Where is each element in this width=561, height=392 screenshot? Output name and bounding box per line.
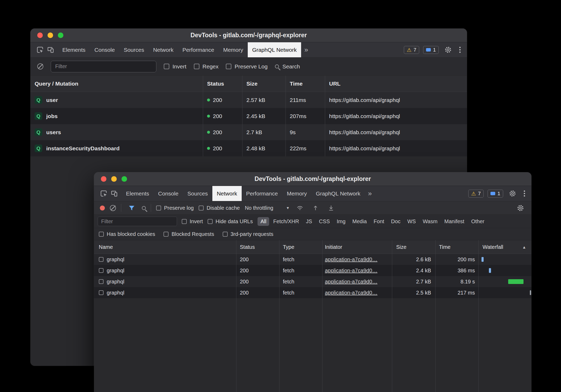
row-checkbox[interactable] — [99, 257, 104, 262]
invert-checkbox[interactable]: Invert — [164, 63, 186, 70]
column-header-size[interactable]: Size — [392, 244, 435, 250]
column-header-status[interactable]: Status — [236, 244, 279, 250]
column-header-waterfall[interactable]: Waterfall▲ — [478, 240, 531, 254]
filter-input[interactable] — [51, 61, 156, 72]
close-window-button[interactable] — [37, 32, 43, 38]
row-checkbox[interactable] — [99, 268, 104, 273]
zoom-window-button[interactable] — [121, 176, 127, 182]
filter-chip-fetch-xhr[interactable]: Fetch/XHR — [270, 217, 302, 226]
column-header-status[interactable]: Status — [203, 81, 242, 87]
filter-chip-font[interactable]: Font — [371, 217, 387, 226]
request-row[interactable]: graphql 200 fetch application-a7ca9d0… 2… — [94, 254, 531, 265]
filter-chip-img[interactable]: Img — [334, 217, 348, 226]
record-network-log-button[interactable] — [100, 206, 105, 211]
clear-icon[interactable] — [37, 63, 43, 69]
filter-chip-all[interactable]: All — [258, 217, 269, 226]
filter-chip-css[interactable]: CSS — [316, 217, 333, 226]
initiator-link[interactable]: application-a7ca9d0… — [325, 279, 377, 284]
filter-chip-wasm[interactable]: Wasm — [420, 217, 440, 226]
request-row[interactable]: graphql 200 fetch application-a7ca9d0… 2… — [94, 265, 531, 276]
column-header-time[interactable]: Time — [286, 81, 325, 87]
row-checkbox[interactable] — [99, 290, 104, 295]
hide-data-urls-checkbox[interactable]: Hide data URLs — [208, 218, 253, 225]
more-tabs-icon[interactable]: » — [301, 46, 311, 54]
tab-performance[interactable]: Performance — [242, 186, 282, 201]
filter-input[interactable] — [98, 217, 177, 226]
tab-sources[interactable]: Sources — [183, 186, 212, 201]
request-name: graphql — [107, 268, 124, 274]
table-row[interactable]: Qusers 200 2.7 kB 9s https://gitlab.com/… — [30, 124, 467, 140]
column-header-url[interactable]: URL — [325, 81, 467, 87]
network-conditions-icon[interactable] — [295, 203, 305, 213]
initiator-link[interactable]: application-a7ca9d0… — [325, 256, 377, 262]
request-row[interactable]: graphql 200 fetch application-a7ca9d0… 2… — [94, 287, 531, 298]
console-messages-badge[interactable]: 1 — [423, 46, 439, 54]
filter-funnel-icon[interactable] — [126, 203, 137, 213]
minimize-window-button[interactable] — [48, 32, 53, 38]
close-window-button[interactable] — [101, 176, 106, 182]
table-row[interactable]: Qjobs 200 2.45 kB 207ms https://gitlab.c… — [30, 108, 467, 124]
device-toolbar-icon[interactable] — [109, 188, 119, 199]
more-tabs-icon[interactable]: » — [365, 189, 375, 198]
preserve-log-checkbox[interactable]: Preserve log — [156, 205, 194, 211]
minimize-window-button[interactable] — [111, 176, 117, 182]
issues-badge[interactable]: ⚠7 — [404, 46, 419, 54]
table-row[interactable]: Quser 200 2.57 kB 211ms https://gitlab.c… — [30, 92, 467, 108]
disable-cache-checkbox[interactable]: Disable cache — [199, 205, 240, 211]
filter-chip-media[interactable]: Media — [349, 217, 370, 226]
import-har-icon[interactable] — [310, 203, 321, 213]
clear-network-log-icon[interactable] — [110, 205, 116, 211]
filter-chip-other[interactable]: Other — [468, 217, 487, 226]
console-messages-badge[interactable]: 1 — [488, 190, 503, 198]
network-settings-gear-icon[interactable] — [515, 203, 526, 213]
more-options-icon[interactable] — [457, 46, 463, 54]
column-header-time[interactable]: Time — [435, 244, 478, 250]
tab-elements[interactable]: Elements — [121, 186, 154, 201]
request-row[interactable]: graphql 200 fetch application-a7ca9d0… 2… — [94, 276, 531, 287]
table-row[interactable]: QinstanceSecurityDashboard 200 2.48 kB 2… — [30, 140, 467, 156]
row-checkbox[interactable] — [99, 279, 104, 284]
search-icon[interactable] — [142, 206, 146, 210]
filter-chip-manifest[interactable]: Manifest — [441, 217, 467, 226]
more-options-icon[interactable] — [522, 189, 527, 198]
tab-console[interactable]: Console — [154, 186, 183, 201]
export-har-icon[interactable] — [326, 203, 336, 213]
tab-elements[interactable]: Elements — [58, 42, 90, 57]
filter-chip-ws[interactable]: WS — [404, 217, 419, 226]
device-toolbar-icon[interactable] — [45, 45, 56, 55]
inspect-element-icon[interactable] — [35, 45, 45, 55]
tab-graphql-network[interactable]: GraphQL Network — [311, 186, 365, 201]
column-header-size[interactable]: Size — [242, 81, 286, 87]
network-table-body: graphql 200 fetch application-a7ca9d0… 2… — [94, 254, 531, 298]
initiator-link[interactable]: application-a7ca9d0… — [325, 290, 377, 296]
tab-memory[interactable]: Memory — [219, 42, 248, 57]
issues-badge[interactable]: ⚠7 — [468, 190, 484, 198]
throttling-select[interactable]: No throttling▼ — [245, 205, 290, 211]
tab-network[interactable]: Network — [212, 186, 242, 201]
tab-performance[interactable]: Performance — [178, 42, 219, 57]
invert-checkbox[interactable]: Invert — [182, 218, 203, 225]
preserve-log-checkbox[interactable]: Preserve Log — [226, 63, 268, 70]
tab-console[interactable]: Console — [90, 42, 119, 57]
filter-chip-doc[interactable]: Doc — [388, 217, 404, 226]
column-header-type[interactable]: Type — [279, 244, 322, 250]
regex-checkbox[interactable]: Regex — [194, 63, 219, 70]
blocked-requests-checkbox[interactable]: Blocked Requests — [163, 231, 214, 237]
settings-gear-icon[interactable] — [443, 45, 453, 55]
column-header-initiator[interactable]: Initiator — [322, 244, 392, 250]
initiator-link[interactable]: application-a7ca9d0… — [325, 268, 377, 273]
column-header-name[interactable]: Name — [94, 244, 236, 250]
zoom-window-button[interactable] — [58, 32, 63, 38]
tab-network[interactable]: Network — [149, 42, 178, 57]
filter-chip-js[interactable]: JS — [303, 217, 315, 226]
tab-sources[interactable]: Sources — [119, 42, 149, 57]
third-party-requests-checkbox[interactable]: 3rd-party requests — [223, 231, 273, 237]
tab-memory[interactable]: Memory — [282, 186, 311, 201]
has-blocked-cookies-checkbox[interactable]: Has blocked cookies — [99, 231, 155, 237]
column-header-query-mutation[interactable]: Query / Mutation — [30, 81, 203, 87]
tab-graphql-network[interactable]: GraphQL Network — [248, 42, 301, 57]
settings-gear-icon[interactable] — [507, 188, 518, 199]
search-button[interactable]: Search — [275, 63, 300, 70]
inspect-element-icon[interactable] — [98, 188, 109, 199]
window-title: DevTools - gitlab.com/-/graphql-explorer — [255, 175, 371, 183]
